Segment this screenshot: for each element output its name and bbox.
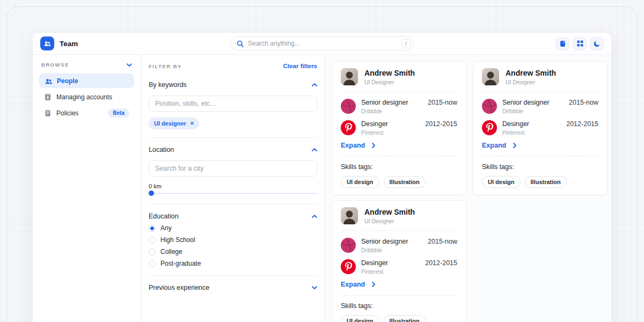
chevron-right-icon bbox=[372, 143, 376, 148]
divider bbox=[149, 275, 317, 276]
avatar bbox=[341, 207, 358, 224]
radio-label: High School bbox=[160, 236, 195, 244]
position-period: 2015-now bbox=[428, 99, 457, 114]
slider-thumb[interactable] bbox=[149, 191, 154, 196]
skills-label: Skills tags: bbox=[482, 163, 598, 171]
position-row: Desinger Pinterest 2012-2015 bbox=[482, 120, 598, 136]
city-search-input[interactable] bbox=[149, 160, 317, 177]
remove-chip-icon[interactable]: ✕ bbox=[190, 121, 194, 126]
location-section-header[interactable]: Location bbox=[149, 146, 317, 153]
keywords-input[interactable] bbox=[149, 96, 317, 112]
divider bbox=[341, 295, 457, 296]
experience-timeline: Senior designer Dribbble 2015-now Desing… bbox=[341, 99, 457, 136]
people-icon bbox=[44, 77, 52, 85]
book-icon bbox=[559, 40, 566, 47]
divider bbox=[341, 91, 457, 92]
education-label: Education bbox=[149, 213, 179, 220]
radio[interactable] bbox=[149, 237, 156, 244]
keywords-section-header[interactable]: By keywords bbox=[149, 81, 317, 89]
skill-tag: UI design bbox=[482, 176, 521, 188]
experience-section-header[interactable]: Previous experience bbox=[149, 284, 317, 291]
expand-button[interactable]: Expand bbox=[341, 142, 457, 149]
pinterest-icon bbox=[341, 259, 356, 274]
results-grid: Andrew Smith UI Designer Senior designer bbox=[325, 55, 612, 322]
keywords-label: By keywords bbox=[149, 81, 187, 89]
grid-icon bbox=[577, 40, 583, 47]
avatar bbox=[482, 68, 499, 85]
position-period: 2015-now bbox=[428, 238, 457, 253]
clipboard-icon bbox=[44, 109, 52, 117]
sidebar-item-people[interactable]: People bbox=[39, 74, 134, 88]
sidebar: BROWSE People Managing accounts bbox=[33, 55, 141, 322]
person-role: UI Designer bbox=[364, 218, 415, 224]
clear-filters-button[interactable]: Clear filters bbox=[283, 63, 317, 69]
chevron-up-icon[interactable] bbox=[312, 83, 317, 86]
position-title: Senior designer bbox=[361, 99, 408, 106]
sidebar-item-managing-accounts[interactable]: Managing accounts bbox=[39, 90, 134, 104]
position-title: Desinger bbox=[361, 120, 388, 128]
chevron-up-icon[interactable] bbox=[312, 148, 317, 151]
radio-option-high-school[interactable]: High School bbox=[149, 236, 317, 244]
chevron-down-icon[interactable] bbox=[312, 286, 317, 289]
dribbble-icon bbox=[482, 99, 497, 114]
app-logo bbox=[40, 36, 54, 50]
person-role: UI Designer bbox=[506, 79, 556, 85]
radio[interactable] bbox=[149, 248, 156, 255]
education-section-header[interactable]: Education bbox=[149, 213, 317, 220]
expand-button[interactable]: Expand bbox=[341, 281, 457, 288]
filter-chip-ui-designer[interactable]: UI designer ✕ bbox=[149, 118, 199, 129]
expand-button[interactable]: Expand bbox=[482, 142, 598, 149]
global-search[interactable]: / bbox=[230, 36, 414, 50]
person-name: Andrew Smith bbox=[364, 69, 415, 77]
person-name: Andrew Smith bbox=[364, 208, 415, 216]
book-button[interactable] bbox=[556, 37, 569, 50]
radio[interactable] bbox=[149, 260, 156, 267]
person-name: Andrew Smith bbox=[506, 69, 556, 77]
dribbble-icon bbox=[341, 238, 356, 253]
expand-label: Expand bbox=[341, 142, 365, 149]
pinterest-icon bbox=[482, 120, 497, 135]
distance-slider[interactable] bbox=[149, 191, 317, 196]
skill-tag: Illustration bbox=[384, 315, 426, 322]
position-title: Senior designer bbox=[502, 99, 550, 106]
radio-option-college[interactable]: College bbox=[149, 248, 317, 255]
position-row: Senior designer Dribbble 2015-now bbox=[482, 99, 598, 114]
position-row: Senior designer Dribbble 2015-now bbox=[341, 238, 457, 253]
sidebar-item-label: Managing accounts bbox=[56, 93, 112, 101]
position-company: Dribbble bbox=[361, 247, 408, 253]
browse-label: BROWSE bbox=[41, 62, 69, 68]
sidebar-section-header[interactable]: BROWSE bbox=[39, 62, 134, 68]
grid-view-button[interactable] bbox=[573, 37, 587, 50]
chevron-down-icon[interactable] bbox=[127, 63, 132, 67]
position-row: Desinger Pinterest 2012-2015 bbox=[341, 120, 457, 136]
position-row: Desinger Pinterest 2012-2015 bbox=[341, 259, 457, 275]
position-title: Desinger bbox=[361, 259, 388, 267]
search-input[interactable] bbox=[248, 40, 401, 47]
app-header: Team / bbox=[33, 33, 611, 55]
avatar bbox=[341, 68, 358, 85]
experience-label: Previous experience bbox=[149, 284, 209, 291]
distance-value: 0 km bbox=[149, 183, 317, 189]
skill-tag: UI design bbox=[341, 176, 379, 188]
app-window: Team / bbox=[32, 32, 612, 322]
experience-timeline: Senior designer Dribbble 2015-now Desing… bbox=[482, 99, 598, 136]
slider-track[interactable] bbox=[149, 193, 317, 194]
chevron-right-icon bbox=[372, 282, 376, 287]
position-company: Dribbble bbox=[502, 108, 550, 114]
skills-label: Skills tags: bbox=[341, 302, 457, 310]
radio-selected[interactable] bbox=[149, 225, 156, 232]
beta-badge: Beta bbox=[108, 108, 129, 118]
dark-mode-button[interactable] bbox=[590, 37, 604, 50]
filter-panel: FILTER BY Clear filters By keywords UI d… bbox=[141, 55, 325, 322]
radio-option-any[interactable]: Any bbox=[149, 224, 317, 232]
chevron-up-icon[interactable] bbox=[312, 215, 317, 218]
skill-tag: Illustration bbox=[384, 176, 426, 188]
sidebar-item-label: People bbox=[57, 77, 78, 85]
skills-label: Skills tags: bbox=[341, 163, 457, 171]
radio-option-post-graduate[interactable]: Post-graduate bbox=[149, 260, 317, 267]
sidebar-item-policies[interactable]: Policies Beta bbox=[39, 106, 134, 120]
chip-label: UI designer bbox=[154, 120, 186, 127]
pinterest-icon bbox=[341, 120, 356, 135]
divider bbox=[341, 156, 457, 157]
position-title: Senior designer bbox=[361, 238, 408, 245]
